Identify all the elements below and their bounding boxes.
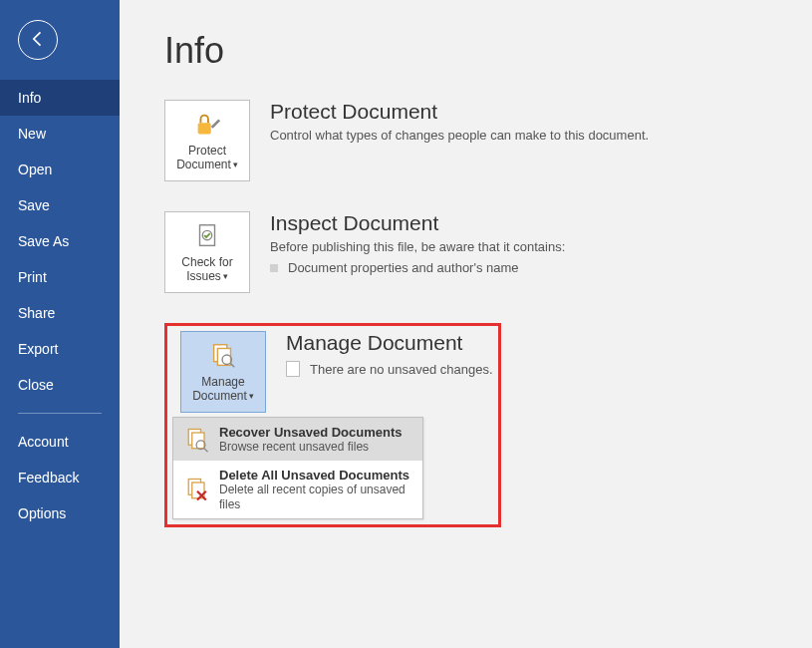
tile-label: Protect Document▾ xyxy=(165,144,249,172)
section-heading: Inspect Document xyxy=(270,211,565,235)
section-desc: Before publishing this file, be aware th… xyxy=(270,239,565,254)
section-desc: Control what types of changes people can… xyxy=(270,128,649,143)
menu-item-desc: Browse recent unsaved files xyxy=(219,440,403,454)
sidebar-item-print[interactable]: Print xyxy=(0,259,120,295)
back-button[interactable] xyxy=(18,20,58,60)
sidebar-item-label: Feedback xyxy=(18,470,79,486)
sidebar-item-label: Info xyxy=(18,90,41,106)
menu-item-text: Recover Unsaved Documents Browse recent … xyxy=(219,425,403,454)
sidebar-item-label: Save As xyxy=(18,233,69,249)
section-heading: Manage Document xyxy=(286,331,493,355)
manage-body: Manage Document There are no unsaved cha… xyxy=(286,331,493,377)
sidebar-item-label: Options xyxy=(18,505,66,521)
sidebar-item-label: Print xyxy=(18,269,47,285)
page-title: Info xyxy=(164,30,772,72)
document-recover-icon xyxy=(183,426,211,454)
sidebar-item-new[interactable]: New xyxy=(0,116,120,152)
bullet-text: Document properties and author's name xyxy=(288,260,519,275)
sidebar-item-export[interactable]: Export xyxy=(0,331,120,367)
sidebar-item-label: Account xyxy=(18,434,69,450)
chevron-down-icon: ▾ xyxy=(249,391,254,401)
manage-section: Manage Document▾ Manage Document There a… xyxy=(172,331,493,413)
backstage-sidebar: Info New Open Save Save As Print Share E… xyxy=(0,0,120,648)
manage-document-button[interactable]: Manage Document▾ xyxy=(180,331,266,413)
manage-status-row: There are no unsaved changes. xyxy=(286,361,493,377)
inspect-section: Check for Issues▾ Inspect Document Befor… xyxy=(164,211,772,293)
sidebar-item-save-as[interactable]: Save As xyxy=(0,223,120,259)
main-panel: Info Protect Document▾ Protect Document … xyxy=(120,0,812,648)
menu-item-recover[interactable]: Recover Unsaved Documents Browse recent … xyxy=(173,418,422,461)
status-text: There are no unsaved changes. xyxy=(310,362,493,377)
sidebar-item-open[interactable]: Open xyxy=(0,152,120,187)
bullet-icon xyxy=(270,264,278,272)
menu-item-desc: Delete all recent copies of unsaved file… xyxy=(219,483,412,511)
lock-key-icon xyxy=(192,110,222,140)
sidebar-item-options[interactable]: Options xyxy=(0,495,120,531)
svg-line-10 xyxy=(204,448,208,452)
sidebar-item-label: Save xyxy=(18,197,50,213)
sidebar-item-label: Close xyxy=(18,377,54,393)
section-heading: Protect Document xyxy=(270,100,649,124)
menu-item-text: Delete All Unsaved Documents Delete all … xyxy=(219,468,412,511)
sidebar-item-share[interactable]: Share xyxy=(0,295,120,331)
sidebar-item-feedback[interactable]: Feedback xyxy=(0,460,120,495)
sidebar-item-save[interactable]: Save xyxy=(0,187,120,223)
sidebar-item-close[interactable]: Close xyxy=(0,367,120,403)
protect-body: Protect Document Control what types of c… xyxy=(270,100,649,143)
document-delete-icon xyxy=(183,476,211,503)
chevron-down-icon: ▾ xyxy=(223,271,228,281)
protect-document-button[interactable]: Protect Document▾ xyxy=(164,100,250,181)
chevron-down-icon: ▾ xyxy=(233,160,238,169)
sidebar-item-info[interactable]: Info xyxy=(0,80,120,116)
sidebar-divider xyxy=(18,413,102,414)
menu-item-title: Delete All Unsaved Documents xyxy=(219,468,412,483)
sidebar-item-label: New xyxy=(18,126,46,142)
protect-section: Protect Document▾ Protect Document Contr… xyxy=(164,100,772,181)
check-for-issues-button[interactable]: Check for Issues▾ xyxy=(164,211,250,293)
manage-highlight: Manage Document▾ Manage Document There a… xyxy=(164,323,501,527)
sidebar-item-label: Export xyxy=(18,341,58,357)
document-check-icon xyxy=(192,221,222,251)
menu-item-title: Recover Unsaved Documents xyxy=(219,425,403,440)
document-icon xyxy=(286,361,300,377)
sidebar-item-account[interactable]: Account xyxy=(0,424,120,460)
inspect-bullet: Document properties and author's name xyxy=(270,260,565,275)
svg-rect-0 xyxy=(198,123,211,134)
inspect-body: Inspect Document Before publishing this … xyxy=(270,211,565,275)
tile-label: Check for Issues▾ xyxy=(165,255,249,284)
sidebar-item-label: Open xyxy=(18,162,52,177)
sidebar-item-label: Share xyxy=(18,305,55,321)
arrow-left-icon xyxy=(28,29,48,52)
menu-item-delete-unsaved[interactable]: Delete All Unsaved Documents Delete all … xyxy=(173,461,422,518)
manage-dropdown-menu: Recover Unsaved Documents Browse recent … xyxy=(172,417,423,519)
document-manage-icon xyxy=(208,341,238,371)
tile-label: Manage Document▾ xyxy=(181,375,265,404)
